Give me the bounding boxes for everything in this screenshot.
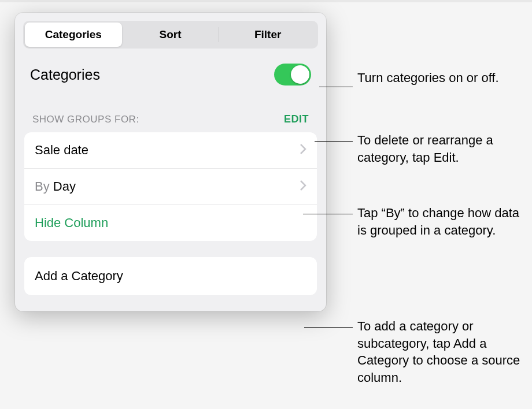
callout-line xyxy=(319,87,353,87)
hide-column-button[interactable]: Hide Column xyxy=(24,205,317,241)
view-segmented-control: Categories Sort Filter xyxy=(23,21,318,49)
callout-add: To add a category or subcategory, tap Ad… xyxy=(357,318,531,386)
callout-toggle: Turn categories on or off. xyxy=(357,69,531,87)
callout-line xyxy=(304,327,353,328)
callout-line xyxy=(315,141,353,142)
categories-header-row: Categories xyxy=(23,49,318,90)
tab-sort[interactable]: Sort xyxy=(122,23,219,47)
callout-by: Tap “By” to change how data is grouped i… xyxy=(357,204,531,239)
edit-button[interactable]: EDIT xyxy=(284,113,309,125)
categories-title: Categories xyxy=(30,66,100,83)
group-by-row[interactable]: By Day xyxy=(24,169,317,205)
callout-line xyxy=(303,214,353,214)
add-category-button[interactable]: Add a Category xyxy=(24,257,317,295)
show-groups-label: SHOW GROUPS FOR: xyxy=(32,114,139,125)
tab-categories[interactable]: Categories xyxy=(25,23,122,47)
category-row-label: Sale date xyxy=(35,143,88,158)
category-list: Sale date By Day Hide Column xyxy=(24,132,317,241)
chevron-right-icon xyxy=(300,180,306,194)
callout-edit: To delete or rearrange a category, tap E… xyxy=(357,132,531,166)
tab-filter[interactable]: Filter xyxy=(219,23,316,47)
toggle-knob xyxy=(291,65,309,84)
categories-toggle[interactable] xyxy=(274,64,311,85)
group-by-label: By Day xyxy=(35,179,76,194)
show-groups-header: SHOW GROUPS FOR: EDIT xyxy=(23,90,318,130)
categories-popover: Categories Sort Filter Categories SHOW G… xyxy=(15,13,326,311)
chevron-right-icon xyxy=(300,143,306,157)
category-row-sale-date[interactable]: Sale date xyxy=(24,132,317,169)
